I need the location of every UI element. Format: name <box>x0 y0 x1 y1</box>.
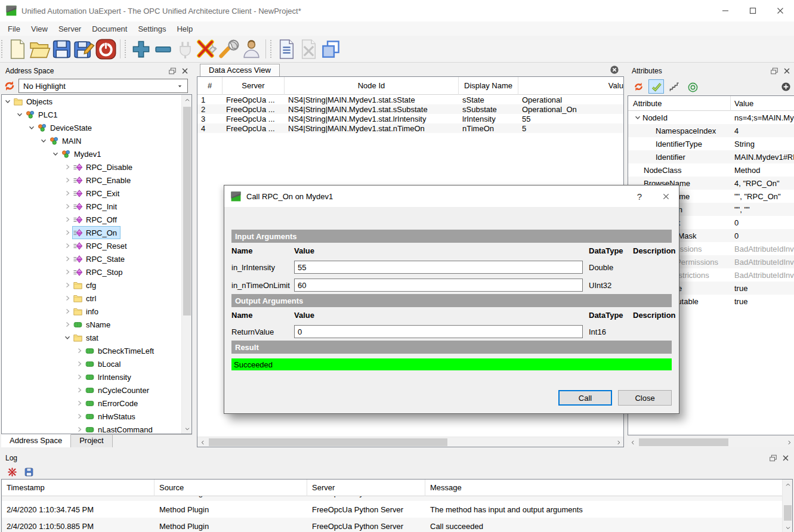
attr-row[interactable]: NodeClassMethod <box>628 163 794 177</box>
dav-row[interactable]: 1FreeOpcUa ...NS4|String|MAIN.Mydev1.sta… <box>197 95 623 104</box>
tree-item-rpc_state[interactable]: RPC_State <box>2 252 181 265</box>
tree-scrollbar[interactable] <box>181 95 191 434</box>
attr-col-attribute[interactable]: Attribute <box>628 96 731 111</box>
chevron-right-icon[interactable] <box>63 307 72 316</box>
chevron-down-icon[interactable] <box>39 136 48 146</box>
arg-value-input[interactable] <box>294 279 583 292</box>
tree-item-objects[interactable]: Objects <box>2 95 181 108</box>
scroll-thumb[interactable] <box>784 505 792 521</box>
float-panel-icon[interactable] <box>769 454 777 462</box>
dav-col-display_name[interactable]: Display Name <box>459 77 518 95</box>
user-button[interactable] <box>240 38 262 60</box>
scroll-up-icon[interactable] <box>783 480 793 490</box>
chevron-down-icon[interactable] <box>63 333 72 342</box>
log-row[interactable]: 2/4/2020 1:09:52.141 PMMethod PluginFree… <box>2 496 782 501</box>
attr-col-value[interactable]: Value <box>731 99 794 108</box>
scroll-up-icon[interactable] <box>182 95 192 105</box>
dav-col-node_id[interactable]: Node Id <box>285 77 459 95</box>
add-icon[interactable] <box>781 82 791 92</box>
dav-col-value[interactable]: Value <box>518 77 624 95</box>
menu-settings[interactable]: Settings <box>132 23 171 35</box>
attr-row[interactable]: IdentifierMAIN.Mydev1#RPC_On <box>628 150 794 163</box>
open-folder-button[interactable] <box>29 38 51 60</box>
tree-item-rpc_on[interactable]: RPC_On <box>2 226 181 239</box>
scroll-thumb[interactable] <box>209 438 447 446</box>
tree-item-ctrl[interactable]: ctrl <box>2 292 181 305</box>
hierarchy-icon[interactable] <box>666 79 682 94</box>
scroll-thumb[interactable] <box>639 438 728 446</box>
chevron-right-icon[interactable] <box>63 320 72 329</box>
chevron-right-icon[interactable] <box>75 372 84 382</box>
tree-item-rpc_exit[interactable]: RPC_Exit <box>2 187 181 200</box>
chevron-right-icon[interactable] <box>75 346 84 355</box>
tab-address-space[interactable]: Address Space <box>1 434 71 447</box>
target-icon[interactable] <box>684 79 700 94</box>
menu-file[interactable]: File <box>2 23 26 35</box>
log-col-server[interactable]: Server <box>307 480 425 496</box>
menu-help[interactable]: Help <box>171 23 198 35</box>
chevron-right-icon[interactable] <box>63 280 72 290</box>
dav-col-server[interactable]: Server <box>223 77 285 95</box>
chevron-right-icon[interactable] <box>63 162 72 172</box>
copy-windows-button[interactable] <box>320 38 342 60</box>
arg-value-input[interactable] <box>294 325 583 338</box>
dialog-help-button[interactable]: ? <box>626 185 653 207</box>
log-row[interactable]: 2/4/2020 1:10:34.745 PMMethod PluginFree… <box>2 501 782 518</box>
chevron-right-icon[interactable] <box>75 425 84 434</box>
scroll-down-icon[interactable] <box>182 423 192 434</box>
log-col-message[interactable]: Message <box>425 480 792 496</box>
chevron-down-icon[interactable] <box>27 123 36 132</box>
menu-view[interactable]: View <box>26 23 53 35</box>
tree-item-rpc_stop[interactable]: RPC_Stop <box>2 265 181 279</box>
chevron-right-icon[interactable] <box>63 254 72 264</box>
highlight-dropdown[interactable]: No Highlight <box>18 79 188 93</box>
tree-item-ncyclecounter[interactable]: nCycleCounter <box>2 383 181 397</box>
auto-refresh-check-icon[interactable] <box>648 79 664 94</box>
tree-item-rpc_enable[interactable]: RPC_Enable <box>2 174 181 187</box>
attr-row[interactable]: NamespaceIndex4 <box>628 124 794 137</box>
chevron-right-icon[interactable] <box>63 175 72 185</box>
dav-row[interactable]: 3FreeOpcUa ...NS4|String|MAIN.Mydev1.sta… <box>197 114 623 123</box>
tree-item-devicestate[interactable]: DeviceState <box>2 121 181 134</box>
scroll-down-icon[interactable] <box>783 522 793 532</box>
maximize-button[interactable] <box>739 0 767 21</box>
menu-document[interactable]: Document <box>86 23 132 35</box>
close-panel-icon[interactable] <box>781 454 790 462</box>
chevron-right-icon[interactable] <box>75 385 84 395</box>
scroll-thumb[interactable] <box>183 107 191 316</box>
tree-item-nlastcommand[interactable]: nLastCommand <box>2 423 181 434</box>
log-v-scrollbar[interactable] <box>782 480 792 532</box>
new-file-button[interactable] <box>7 38 29 60</box>
attr-row[interactable]: IdentifierTypeString <box>628 137 794 150</box>
tree-item-info[interactable]: info <box>2 305 181 318</box>
dav-row[interactable]: 2FreeOpcUa ...NS4|String|MAIN.Mydev1.sta… <box>197 104 623 114</box>
disconnect-plug-button[interactable] <box>196 38 218 60</box>
save-button[interactable] <box>51 38 73 60</box>
close-dialog-button[interactable]: Close <box>618 390 672 406</box>
log-col-timestamp[interactable]: Timestamp <box>2 480 155 496</box>
menu-server[interactable]: Server <box>53 23 86 35</box>
chevron-right-icon[interactable] <box>63 267 72 277</box>
dav-h-scrollbar[interactable] <box>197 437 623 447</box>
refresh-icon[interactable] <box>631 79 646 94</box>
tree-item-sname[interactable]: sName <box>2 318 181 331</box>
chevron-right-icon[interactable] <box>75 398 84 408</box>
chevron-down-icon[interactable] <box>633 113 642 122</box>
chevron-down-icon[interactable] <box>51 149 60 159</box>
clear-log-icon[interactable] <box>5 465 19 478</box>
attr-row[interactable]: NodeIdns=4;s=MAIN.Mydev1#RPC_On <box>628 111 794 124</box>
chevron-right-icon[interactable] <box>75 359 84 369</box>
tree-item-mydev1[interactable]: Mydev1 <box>2 147 181 160</box>
tree-item-bchecktimeleft[interactable]: bCheckTimeLeft <box>2 344 181 357</box>
close-panel-icon[interactable] <box>181 67 189 75</box>
doc-x-button[interactable] <box>298 38 320 60</box>
wrench-button[interactable] <box>218 38 240 60</box>
quit-button[interactable] <box>95 38 117 60</box>
scroll-left-icon[interactable] <box>628 437 638 447</box>
dav-col-num[interactable]: # <box>197 77 223 95</box>
add-plus-button[interactable] <box>130 38 152 60</box>
tree-item-stat[interactable]: stat <box>2 331 181 344</box>
tab-project[interactable]: Project <box>71 435 112 447</box>
close-button[interactable] <box>767 0 794 21</box>
chevron-right-icon[interactable] <box>63 202 72 211</box>
